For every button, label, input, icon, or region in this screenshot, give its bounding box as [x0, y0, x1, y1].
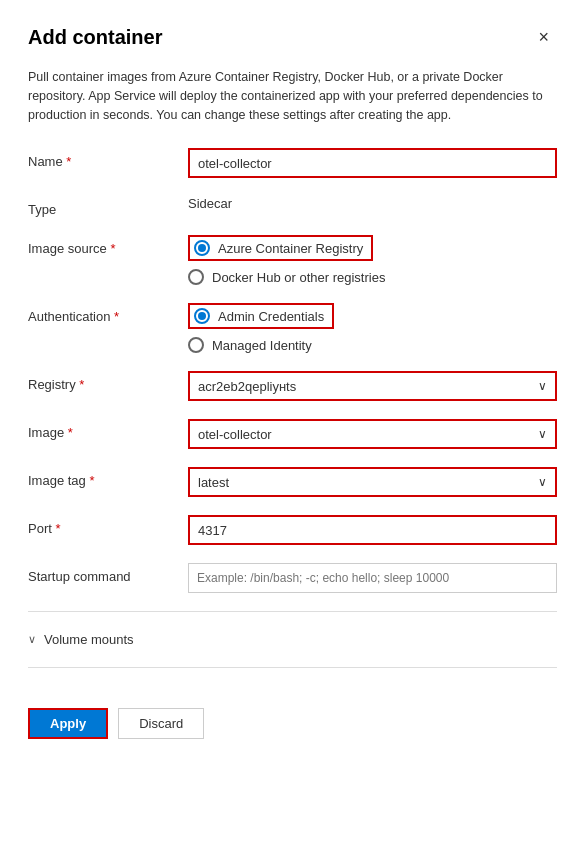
- divider2: [28, 667, 557, 668]
- authentication-option1[interactable]: Admin Credentials: [188, 303, 557, 329]
- type-label: Type: [28, 196, 188, 217]
- image-source-option1-box: Azure Container Registry: [188, 235, 373, 261]
- image-tag-label: Image tag *: [28, 467, 188, 488]
- chevron-down-icon: ∨: [28, 633, 36, 646]
- registry-select-wrapper: acr2eb2qepliунts: [188, 371, 557, 401]
- image-select[interactable]: otel-collector: [188, 419, 557, 449]
- image-source-row: Image source * Azure Container Registry …: [28, 235, 557, 285]
- registry-row: Registry * acr2eb2qepliунts: [28, 371, 557, 401]
- dialog-description: Pull container images from Azure Contain…: [28, 68, 557, 124]
- image-source-label: Image source *: [28, 235, 188, 256]
- image-control: otel-collector: [188, 419, 557, 449]
- image-source-option1[interactable]: Azure Container Registry: [188, 235, 557, 261]
- image-source-control: Azure Container Registry Docker Hub or o…: [188, 235, 557, 285]
- divider: [28, 611, 557, 612]
- authentication-control: Admin Credentials Managed Identity: [188, 303, 557, 353]
- image-label: Image *: [28, 419, 188, 440]
- name-input[interactable]: [188, 148, 557, 178]
- registry-control: acr2eb2qepliунts: [188, 371, 557, 401]
- dialog-title: Add container: [28, 26, 162, 49]
- image-source-radio-group: Azure Container Registry Docker Hub or o…: [188, 235, 557, 285]
- authentication-radio-group: Admin Credentials Managed Identity: [188, 303, 557, 353]
- image-tag-row: Image tag * latest: [28, 467, 557, 497]
- volume-mounts-row[interactable]: ∨ Volume mounts: [28, 628, 557, 651]
- footer: Apply Discard: [28, 692, 557, 739]
- add-container-dialog: Add container × Pull container images fr…: [0, 0, 585, 852]
- name-row: Name *: [28, 148, 557, 178]
- registry-label: Registry *: [28, 371, 188, 392]
- image-source-option2[interactable]: Docker Hub or other registries: [188, 269, 557, 285]
- volume-mounts-label: Volume mounts: [44, 632, 134, 647]
- image-row: Image * otel-collector: [28, 419, 557, 449]
- authentication-option1-box: Admin Credentials: [188, 303, 334, 329]
- discard-button[interactable]: Discard: [118, 708, 204, 739]
- image-select-wrapper: otel-collector: [188, 419, 557, 449]
- registry-select[interactable]: acr2eb2qepliунts: [188, 371, 557, 401]
- authentication-label: Authentication *: [28, 303, 188, 324]
- close-button[interactable]: ×: [530, 24, 557, 50]
- image-source-radio1: [194, 240, 210, 256]
- dialog-header: Add container ×: [28, 24, 557, 50]
- authentication-row: Authentication * Admin Credentials Manag…: [28, 303, 557, 353]
- port-control: [188, 515, 557, 545]
- image-tag-select-wrapper: latest: [188, 467, 557, 497]
- image-source-radio2: [188, 269, 204, 285]
- type-row: Type Sidecar: [28, 196, 557, 217]
- startup-command-label: Startup command: [28, 563, 188, 584]
- image-tag-select[interactable]: latest: [188, 467, 557, 497]
- authentication-option2[interactable]: Managed Identity: [188, 337, 557, 353]
- port-input[interactable]: [188, 515, 557, 545]
- apply-button[interactable]: Apply: [28, 708, 108, 739]
- port-row: Port *: [28, 515, 557, 545]
- name-control: [188, 148, 557, 178]
- image-tag-control: latest: [188, 467, 557, 497]
- type-value: Sidecar: [188, 196, 557, 211]
- authentication-radio1: [194, 308, 210, 324]
- port-label: Port *: [28, 515, 188, 536]
- startup-command-control: [188, 563, 557, 593]
- name-label: Name *: [28, 148, 188, 169]
- startup-command-input[interactable]: [188, 563, 557, 593]
- startup-command-row: Startup command: [28, 563, 557, 593]
- authentication-radio2: [188, 337, 204, 353]
